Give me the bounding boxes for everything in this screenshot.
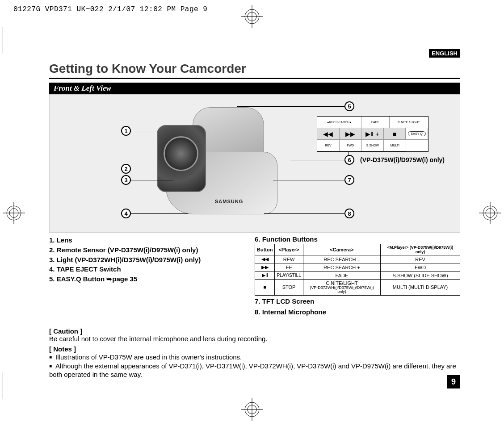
callout-line xyxy=(264,213,344,214)
list-item: 7. TFT LCD Screen xyxy=(255,297,460,306)
list-item: 4. TAPE EJECT Switch xyxy=(49,264,246,274)
callout-3: 3 xyxy=(121,175,131,185)
notes-list: Illustrations of VP-D375W are used in th… xyxy=(49,353,460,379)
registration-mark-bottom xyxy=(241,398,263,421)
note-item: Illustrations of VP-D375W are used in th… xyxy=(49,353,460,362)
play-pause-icon: ▶Ⅱ + xyxy=(361,128,384,140)
th-mplayer: <M.Player> (VP-D375W(i)/D975W(i) only) xyxy=(381,244,460,255)
ff-icon: ▶▶ xyxy=(255,263,275,271)
lower-content: 1. Lens 2. Remote Sensor (VP-D375W(i)/D9… xyxy=(49,235,460,317)
cell: REW xyxy=(275,255,303,263)
fp-label: REV xyxy=(317,140,340,151)
registration-mark-top xyxy=(241,5,263,28)
table-row: ◀◀ REW REC SEARCH – REV xyxy=(255,255,460,263)
callout-line xyxy=(131,213,188,214)
callout-line xyxy=(291,160,344,160)
callout-vline xyxy=(242,106,242,120)
parts-list: 1. Lens 2. Remote Sensor (VP-D375W(i)/D9… xyxy=(49,235,246,284)
registration-mark-left xyxy=(3,202,25,224)
fp-label: FWD xyxy=(340,140,362,151)
list-item: 1. Lens xyxy=(49,235,246,245)
function-buttons-title: 6. Function Buttons xyxy=(255,235,460,243)
fp-label: ● REC SEARCH ● xyxy=(317,117,361,128)
right-column: 6. Function Buttons Button <Player> <Cam… xyxy=(255,235,460,317)
table-row: ■ STOP C.NITE/LIGHT (VP-D372WH(i)/D375W(… xyxy=(255,280,460,296)
stop-icon: ■ xyxy=(384,128,406,140)
callout-7: 7 xyxy=(344,175,354,185)
callout-6: 6 xyxy=(344,155,354,165)
caution-heading: [ Caution ] xyxy=(49,327,460,335)
caution-text: Be careful not to cover the internal mic… xyxy=(49,335,460,342)
brand-label: SAMSUNG xyxy=(215,199,243,204)
fp-label: MULTI xyxy=(384,140,406,151)
callout-1: 1 xyxy=(121,126,131,136)
list-item: 8. Internal Microphone xyxy=(255,307,460,317)
callout-line xyxy=(131,180,173,180)
table-row: ▶▶ FF REC SEARCH + FWD xyxy=(255,263,460,271)
cell: S.SHOW (SLIDE SHOW) xyxy=(381,271,460,280)
th-camera: <Camera> xyxy=(303,244,380,255)
fp-label: C.NITE / LIGHT xyxy=(390,117,428,128)
cell: STOP xyxy=(275,280,303,296)
th-player: <Player> xyxy=(275,244,303,255)
callout-2: 2 xyxy=(121,164,131,174)
left-column: 1. Lens 2. Remote Sensor (VP-D375W(i)/D9… xyxy=(49,235,246,284)
callout-4: 4 xyxy=(121,209,131,218)
function-panel-inset: ● REC SEARCH ● FADE C.NITE / LIGHT ◀◀ ▶▶… xyxy=(317,116,428,152)
list-item: 5. EASY.Q Button ➥page 35 xyxy=(49,274,246,284)
easyq-pill: EASY Q xyxy=(406,128,428,140)
cell: MULTI (MULTI DISPLAY) xyxy=(381,280,460,296)
callout-line xyxy=(131,169,166,169)
cell: REC SEARCH – xyxy=(303,255,380,263)
callout-8: 8 xyxy=(344,209,354,218)
title-rule xyxy=(49,78,460,79)
ff-icon: ▶▶ xyxy=(340,128,362,140)
crop-mark xyxy=(3,27,29,54)
callout-vline xyxy=(349,152,349,156)
cell: FF xyxy=(275,263,303,271)
play-pause-icon: ▶ⅠⅠ xyxy=(255,271,275,280)
print-meta: 01227G VPD371 UK~022 2/1/07 12:02 PM Pag… xyxy=(13,5,207,13)
cell: FWD xyxy=(381,263,460,271)
rew-icon: ◀◀ xyxy=(255,255,275,263)
callout-line xyxy=(237,106,344,107)
illustration-note: (VP-D375W(i)/D975W(i) only) xyxy=(360,156,445,163)
cell: REC SEARCH + xyxy=(303,263,380,271)
list-item: 3. Light (VP-D372WH(i)/D375W(i)/D975W(i)… xyxy=(49,255,246,265)
callout-5: 5 xyxy=(344,101,354,111)
fp-label: S.SHOW xyxy=(362,140,384,151)
camcorder-illustration: SAMSUNG xyxy=(157,103,291,223)
page-number: 9 xyxy=(447,375,460,388)
function-buttons-table: Button <Player> <Camera> <M.Player> (VP-… xyxy=(255,244,460,296)
cell: C.NITE/LIGHT (VP-D372WH(i)/D375W(i)/D975… xyxy=(303,280,380,296)
page-title: Getting to Know Your Camcorder xyxy=(49,62,460,76)
th-button: Button xyxy=(255,244,275,255)
note-item: Although the external appearances of VP-… xyxy=(49,362,460,379)
stop-icon: ■ xyxy=(255,280,275,296)
list-item: 2. Remote Sensor (VP-D375W(i)/D975W(i) o… xyxy=(49,245,246,255)
page-content: ENGLISH Getting to Know Your Camcorder F… xyxy=(49,49,460,388)
fp-label: FADE xyxy=(361,117,390,128)
cell: PLAY/STILL xyxy=(275,271,303,280)
callout-line xyxy=(131,131,157,131)
crop-mark xyxy=(3,372,29,399)
rew-icon: ◀◀ xyxy=(317,128,340,140)
illustration-panel: SAMSUNG 1 2 3 4 5 6 7 8 (VP-D375W(i)/D97… xyxy=(49,94,460,233)
table-row: ▶ⅠⅠ PLAY/STILL FADE S.SHOW (SLIDE SHOW) xyxy=(255,271,460,280)
callout-line xyxy=(273,180,344,180)
registration-mark-right xyxy=(479,202,501,224)
fp-blank xyxy=(406,140,428,151)
language-badge: ENGLISH xyxy=(429,49,460,58)
section-heading: Front & Left View xyxy=(49,83,460,94)
notes-heading: [ Notes ] xyxy=(49,345,460,353)
cell: REV xyxy=(381,255,460,263)
cell: FADE xyxy=(303,271,380,280)
